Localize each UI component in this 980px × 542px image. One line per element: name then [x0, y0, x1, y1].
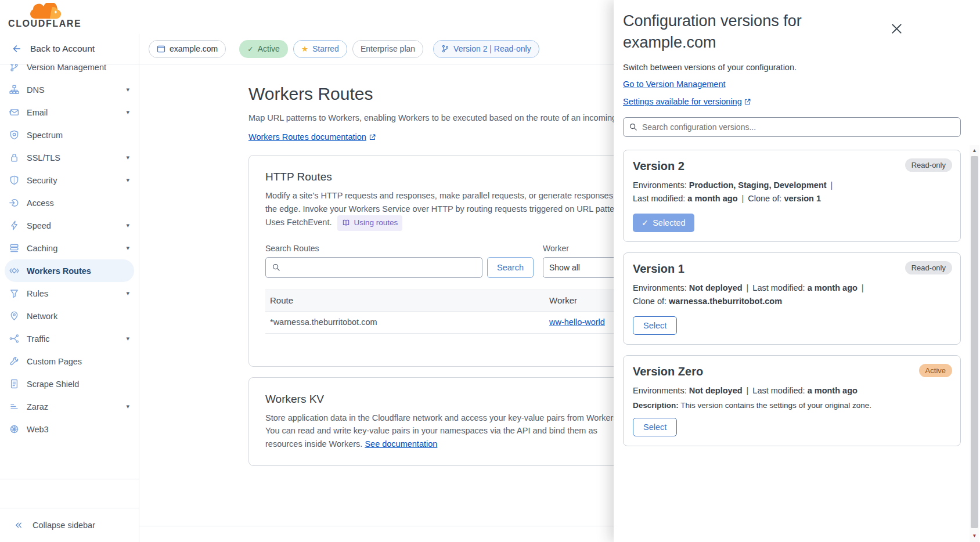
- sidebar-item-label: DNS: [27, 85, 45, 95]
- chevron-down-icon: ▾: [126, 154, 129, 161]
- workers-kv-title: Workers KV: [265, 393, 661, 406]
- drawer-scrollbar[interactable]: ▲ ▼: [970, 145, 979, 542]
- sidebar-item-spectrum[interactable]: Spectrum: [0, 124, 139, 146]
- sidebar-item-label: Email: [27, 108, 48, 117]
- selected-button[interactable]: ✓Selected: [633, 214, 694, 232]
- external-link-icon: [369, 133, 376, 141]
- check-icon: ✓: [642, 218, 648, 227]
- zone-domain: example.com: [170, 44, 218, 53]
- sidebar-item-version-management[interactable]: Version Management: [0, 64, 139, 78]
- scrollbar-thumb[interactable]: [971, 156, 978, 528]
- sidebar-item-label: Workers Routes: [27, 266, 91, 276]
- version-management-link-label: Go to Version Management: [623, 80, 726, 89]
- plan-badge: Enterprise plan: [352, 40, 423, 58]
- sidebar-item-caching[interactable]: Caching ▾: [0, 237, 139, 259]
- sidebar-item-label: Web3: [27, 425, 49, 434]
- search-icon: [629, 122, 637, 131]
- back-to-account-label: Back to Account: [30, 44, 95, 54]
- drawer-subtitle: Switch between versions of your configur…: [623, 63, 961, 72]
- lock-icon: [9, 153, 19, 162]
- workers-kv-description: Store application data in the Cloudflare…: [265, 411, 625, 451]
- version-meta: Environments: Production, Staging, Devel…: [633, 179, 935, 205]
- plan-label: Enterprise plan: [361, 44, 415, 53]
- sidebar-item-workers-routes[interactable]: Workers Routes: [5, 259, 134, 282]
- sidebar: Back to Account Version Management DNS ▾…: [0, 34, 139, 542]
- table-row: *warnessa.theburritobot.com ww-hello-wor…: [265, 312, 661, 334]
- version-badge[interactable]: Version 2 | Read-only: [433, 40, 539, 58]
- sidebar-item-scrape-shield[interactable]: Scrape Shield: [0, 373, 139, 395]
- search-routes-input[interactable]: [265, 257, 482, 278]
- back-to-account[interactable]: Back to Account: [0, 34, 139, 64]
- settings-versioning-link[interactable]: Settings available for versioning: [623, 97, 751, 106]
- version-title: Version Zero: [633, 365, 951, 378]
- web3-globe-icon: [9, 424, 19, 434]
- sidebar-item-label: Rules: [27, 289, 48, 298]
- sidebar-item-speed[interactable]: Speed ▾: [0, 214, 139, 237]
- version-title: Version 1: [633, 262, 951, 276]
- git-branch-icon: [441, 45, 449, 53]
- kv-doc-link[interactable]: See documentation: [365, 439, 437, 449]
- traffic-split-icon: [9, 334, 19, 344]
- chevrons-left-icon: [14, 521, 23, 530]
- sidebar-item-label: Custom Pages: [27, 357, 82, 366]
- routes-table: Route Worker *warnessa.theburritobot.com…: [265, 290, 661, 351]
- document-icon: [9, 379, 19, 389]
- version-list: Version 2 Read-only Environments: Produc…: [623, 150, 961, 446]
- http-routes-title: HTTP Routes: [265, 171, 661, 183]
- route-cell: *warnessa.theburritobot.com: [270, 317, 549, 327]
- worker-filter-value: Show all: [549, 263, 580, 272]
- sidebar-item-security[interactable]: Security ▾: [0, 169, 139, 191]
- select-button[interactable]: Select: [633, 418, 677, 436]
- wrench-icon: [9, 356, 19, 366]
- sidebar-nav-scroll[interactable]: Version Management DNS ▾ Email ▾ Spectru…: [0, 64, 139, 479]
- routes-filter-row: Search Routes Search Worker Show all ▾: [265, 244, 661, 278]
- chevron-down-icon: ▾: [126, 222, 129, 229]
- bars-icon: [9, 402, 19, 411]
- version-management-link[interactable]: Go to Version Management: [623, 80, 726, 89]
- close-icon[interactable]: [890, 22, 903, 35]
- sidebar-item-web3[interactable]: Web3: [0, 418, 139, 440]
- version-card-version-1: Version 1 Read-only Environments: Not de…: [623, 252, 961, 345]
- collapse-sidebar-button[interactable]: Collapse sidebar: [0, 508, 139, 542]
- sidebar-divider: [0, 479, 139, 479]
- workers-diamond-icon: [9, 266, 19, 276]
- drawer-title: Configuration versions for example.com: [623, 10, 873, 53]
- version-badge-label: Version 2 | Read-only: [453, 44, 531, 53]
- sidebar-item-dns[interactable]: DNS ▾: [0, 78, 139, 101]
- sidebar-item-access[interactable]: Access: [0, 191, 139, 214]
- sidebar-item-zaraz[interactable]: Zaraz ▾: [0, 395, 139, 418]
- sidebar-item-ssl-tls[interactable]: SSL/TLS ▾: [0, 146, 139, 169]
- spectrum-shield-icon: [9, 130, 19, 140]
- scroll-up-icon[interactable]: ▲: [970, 146, 979, 155]
- routes-table-footer: [265, 334, 661, 351]
- worker-link[interactable]: ww-hello-world: [549, 317, 605, 327]
- zone-domain-pill[interactable]: example.com: [149, 40, 226, 58]
- scroll-down-icon[interactable]: ▼: [970, 531, 979, 540]
- version-title: Version 2: [633, 160, 951, 173]
- search-versions-input[interactable]: [623, 117, 961, 137]
- search-routes-group: Search Routes Search: [265, 244, 534, 278]
- workers-routes-doc-link[interactable]: Workers Routes documentation: [248, 132, 376, 142]
- sidebar-item-rules[interactable]: Rules ▾: [0, 282, 139, 305]
- using-routes-badge[interactable]: Using routes: [337, 215, 402, 231]
- sidebar-item-label: Security: [27, 176, 57, 185]
- sidebar-item-label: Speed: [27, 221, 51, 230]
- cloudflare-logo[interactable]: CLOUDFLARE: [8, 3, 78, 29]
- sidebar-item-custom-pages[interactable]: Custom Pages: [0, 350, 139, 373]
- routes-table-header: Route Worker: [265, 290, 661, 312]
- sidebar-item-traffic[interactable]: Traffic ▾: [0, 327, 139, 350]
- sidebar-item-label: Traffic: [27, 334, 49, 344]
- chevron-down-icon: ▾: [126, 244, 129, 252]
- sidebar-item-network[interactable]: Network: [0, 305, 139, 327]
- sidebar-item-email[interactable]: Email ▾: [0, 101, 139, 124]
- starred-badge[interactable]: ★ Starred: [293, 40, 347, 58]
- version-status-badge: Read-only: [905, 261, 952, 274]
- search-button[interactable]: Search: [487, 257, 534, 278]
- brand-name: CLOUDFLARE: [8, 19, 78, 29]
- arrow-left-icon: [10, 44, 21, 54]
- sidebar-item-label: Version Management: [27, 64, 106, 72]
- cloudflare-cloud-icon: [27, 3, 64, 20]
- funnel-icon: [9, 288, 19, 298]
- settings-versioning-link-label: Settings available for versioning: [623, 97, 742, 106]
- select-button[interactable]: Select: [633, 316, 677, 335]
